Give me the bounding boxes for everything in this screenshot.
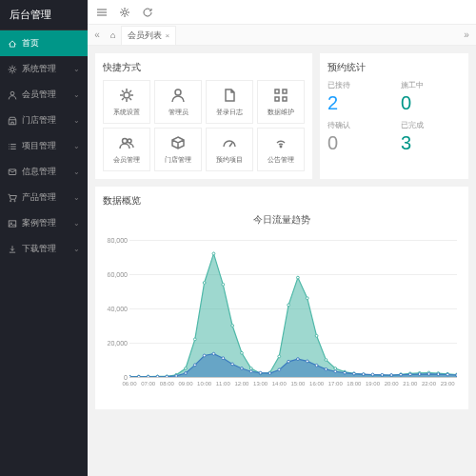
stat-3: 已完成3 (401, 120, 461, 154)
sidebar-item-7[interactable]: 案例管理⌄ (0, 210, 88, 236)
shortcut-2[interactable]: 登录日志 (206, 80, 253, 124)
sidebar-item-6[interactable]: 产品管理⌄ (0, 185, 88, 210)
tab-prev-icon[interactable]: « (89, 28, 105, 43)
svg-point-75 (334, 370, 337, 373)
svg-point-4 (14, 200, 15, 201)
y-tick: 40,000 (108, 306, 128, 312)
sidebar-item-5[interactable]: 信息管理⌄ (0, 159, 88, 185)
shortcuts-title: 快捷方式 (103, 61, 305, 74)
svg-point-35 (297, 276, 300, 279)
svg-point-53 (129, 375, 130, 377)
svg-point-7 (123, 10, 127, 14)
svg-point-78 (362, 373, 365, 376)
shortcut-1[interactable]: 管理员 (154, 80, 202, 124)
svg-point-26 (212, 252, 215, 255)
sidebar-item-4[interactable]: 项目管理⌄ (0, 133, 88, 159)
menu-toggle-icon[interactable] (95, 6, 109, 19)
stat-value: 3 (401, 132, 461, 154)
svg-point-27 (222, 283, 225, 286)
sidebar-item-2[interactable]: 会员管理⌄ (0, 82, 88, 108)
svg-point-77 (352, 372, 355, 375)
sidebar-item-3[interactable]: 门店管理⌄ (0, 108, 88, 133)
svg-point-60 (193, 364, 196, 367)
shortcut-4[interactable]: 会员管理 (103, 128, 150, 171)
svg-rect-5 (9, 220, 16, 226)
svg-point-24 (193, 338, 196, 341)
stat-label: 已接待 (327, 80, 387, 90)
sidebar-item-label: 门店管理 (22, 114, 56, 127)
chevron-down-icon: ⌄ (73, 193, 80, 202)
close-icon[interactable]: × (165, 31, 169, 40)
shortcut-0[interactable]: 系统设置 (103, 80, 150, 124)
shortcut-3[interactable]: 数据维护 (257, 80, 305, 124)
svg-point-81 (390, 374, 393, 377)
svg-point-76 (344, 371, 347, 374)
users-icon (119, 135, 134, 152)
shortcut-6[interactable]: 预约项目 (206, 128, 253, 171)
chevron-down-icon: ⌄ (73, 116, 80, 125)
sidebar-item-label: 项目管理 (22, 140, 56, 152)
shortcut-7[interactable]: 公告管理 (257, 128, 305, 171)
x-tick: 22:00 (422, 381, 436, 387)
chart-panel-title: 数据概览 (103, 194, 461, 208)
gear-icon (8, 65, 17, 74)
cart-icon (8, 193, 17, 203)
refresh-icon[interactable] (141, 6, 154, 19)
svg-point-68 (268, 372, 271, 375)
y-tick: 80,000 (108, 237, 128, 244)
svg-point-66 (249, 370, 252, 373)
svg-point-55 (147, 375, 149, 377)
svg-rect-10 (275, 89, 279, 93)
chevron-down-icon: ⌄ (73, 168, 80, 176)
sidebar-item-label: 会员管理 (22, 89, 56, 101)
svg-point-38 (325, 359, 327, 362)
tab-members[interactable]: 会员列表 × (121, 26, 176, 45)
svg-point-16 (280, 146, 281, 147)
chevron-down-icon: ⌄ (73, 245, 80, 253)
stat-label: 施工中 (401, 80, 461, 90)
x-tick: 12:00 (234, 381, 248, 387)
x-tick: 16:00 (309, 381, 324, 387)
gear-icon[interactable] (118, 6, 131, 19)
cube-icon (170, 135, 186, 152)
svg-point-61 (203, 354, 206, 357)
svg-point-1 (10, 91, 14, 95)
sidebar-item-label: 案例管理 (22, 217, 56, 229)
shortcuts-grid: 系统设置管理员登录日志数据维护会员管理门店管理预约项目公告管理 (103, 80, 305, 171)
sidebar-item-1[interactable]: 系统管理⌄ (0, 56, 88, 82)
list-icon (8, 142, 17, 151)
msg-icon (8, 168, 17, 177)
svg-point-63 (222, 357, 225, 360)
svg-point-36 (306, 297, 308, 300)
stat-0: 已接待2 (327, 80, 387, 114)
svg-point-9 (175, 89, 181, 95)
sidebar-item-0[interactable]: 首页 (0, 30, 88, 56)
chart-card: 数据概览 今日流量趋势 020,00040,00060,00080,00006:… (95, 187, 468, 409)
shortcut-label: 门店管理 (165, 155, 191, 165)
stat-value: 0 (401, 92, 461, 114)
x-tick: 10:00 (197, 381, 211, 387)
x-tick: 23:00 (441, 381, 455, 387)
svg-point-74 (325, 368, 327, 371)
tab-next-icon[interactable]: » (459, 28, 474, 43)
svg-point-69 (278, 368, 281, 371)
sidebar-item-8[interactable]: 下载管理⌄ (0, 236, 88, 262)
gauge-icon (222, 135, 237, 152)
shortcut-5[interactable]: 门店管理 (154, 128, 202, 171)
y-tick: 60,000 (108, 271, 128, 278)
tab-home[interactable]: ⌂ (105, 28, 121, 43)
brand-logo: 后台管理 (0, 0, 88, 30)
svg-point-67 (259, 371, 262, 374)
store-icon (8, 116, 17, 126)
home-icon (8, 39, 17, 49)
stats-grid: 已接待2施工中0待确认0已完成3 (327, 80, 461, 154)
svg-point-30 (249, 367, 252, 370)
svg-point-71 (297, 358, 300, 361)
traffic-chart: 020,00040,00060,00080,00006:0007:0008:00… (103, 230, 461, 402)
user-icon (170, 88, 186, 105)
svg-point-56 (156, 375, 159, 377)
x-tick: 14:00 (272, 381, 287, 387)
doc-icon (222, 88, 237, 105)
img-icon (8, 219, 17, 228)
topbar (88, 0, 476, 25)
